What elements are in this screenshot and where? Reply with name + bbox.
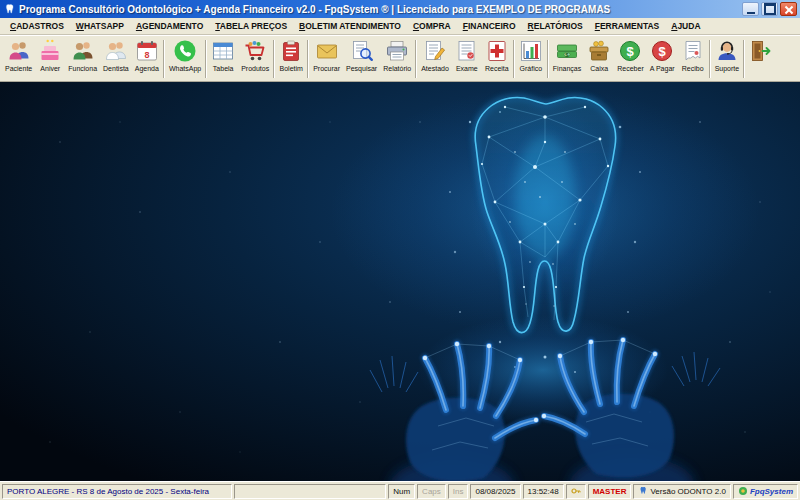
staff-icon (71, 39, 95, 63)
toolbar: Paciente Aniver Funciona Dentista 8 Agen… (0, 35, 800, 82)
toolbar-button-receita[interactable]: Receita (482, 37, 512, 80)
main-canvas (0, 82, 800, 481)
cashbox-icon (587, 39, 611, 63)
toolbar-button-grafico[interactable]: Gráfico (516, 37, 546, 80)
birthday-cake-icon (38, 39, 62, 63)
menu-relatorios[interactable]: RELATÓRIOS (522, 19, 589, 33)
status-brand-text: FpqSystem (750, 487, 793, 496)
key-icon (571, 486, 581, 496)
toolbar-label: Tabela (213, 64, 234, 73)
status-bar: PORTO ALEGRE - RS 8 de Agosto de 2025 - … (0, 481, 800, 500)
toolbar-button-recibo[interactable]: Recibo (678, 37, 708, 80)
care-bulletin-icon (279, 39, 303, 63)
menu-financeiro[interactable]: FINANCEIRO (457, 19, 522, 33)
patients-icon (7, 39, 31, 63)
toolbar-button-exame[interactable]: Exame (452, 37, 482, 80)
toolbar-button-financas[interactable]: $ Finanças (550, 37, 584, 80)
minimize-icon[interactable] (742, 2, 759, 16)
toolbar-separator (163, 40, 164, 78)
toolbar-separator (273, 40, 274, 78)
exit-door-icon (749, 39, 773, 63)
status-date: 08/08/2025 (470, 484, 520, 499)
price-table-icon (211, 39, 235, 63)
receipt-icon (681, 39, 705, 63)
receivables-icon: $ (618, 39, 642, 63)
title-bar[interactable]: Programa Consultório Odontológico + Agen… (0, 0, 800, 18)
toolbar-button-relatorio[interactable]: Relatório (380, 37, 414, 80)
toolbar-button-procurar[interactable]: Procurar (310, 37, 343, 80)
toolbar-button-caixa[interactable]: Caixa (584, 37, 614, 80)
toolbar-button-dentista[interactable]: Dentista (100, 37, 132, 80)
toolbar-button-paciente[interactable]: Paciente (2, 37, 35, 80)
toolbar-button-boletim[interactable]: Boletim (276, 37, 306, 80)
menu-whatsapp[interactable]: WHATSAPP (70, 19, 130, 33)
whatsapp-icon (173, 39, 197, 63)
calendar-icon: 8 (135, 39, 159, 63)
menu-ajuda[interactable]: AJUDA (665, 19, 706, 33)
payables-icon: $ (650, 39, 674, 63)
toolbar-button-pesquisar[interactable]: Pesquisar (343, 37, 380, 80)
toolbar-button-suporte[interactable]: Suporte (712, 37, 743, 80)
toolbar-label: Procurar (313, 64, 340, 73)
toolbar-separator (307, 40, 308, 78)
svg-text:$: $ (659, 44, 667, 59)
toolbar-label: Caixa (590, 64, 608, 73)
tooth-icon (3, 3, 16, 16)
status-time: 13:52:48 (523, 484, 564, 499)
toolbar-button-atestado[interactable]: Atestado (418, 37, 452, 80)
menu-bar: CADASTROS WHATSAPP AGENDAMENTO TABELA PR… (0, 18, 800, 35)
toolbar-label: Pesquisar (346, 64, 377, 73)
dentist-icon (104, 39, 128, 63)
status-brand: FpqSystem (733, 484, 798, 499)
status-user: MASTER (588, 484, 632, 499)
window-title: Programa Consultório Odontológico + Agen… (19, 4, 739, 15)
search-envelope-icon (315, 39, 339, 63)
brand-logo-icon (738, 486, 748, 496)
finances-icon: $ (555, 39, 579, 63)
toolbar-label: Suporte (715, 64, 740, 73)
close-icon[interactable] (780, 2, 797, 16)
toolbar-button-aniver[interactable]: Aniver (35, 37, 65, 80)
menu-agendamento[interactable]: AGENDAMENTO (130, 19, 209, 33)
toolbar-button-funciona[interactable]: Funciona (65, 37, 100, 80)
menu-ferramentas[interactable]: FERRAMENTAS (589, 19, 666, 33)
toolbar-separator (513, 40, 514, 78)
toolbar-label: Finanças (553, 64, 581, 73)
toolbar-label: Aniver (40, 64, 60, 73)
status-caps-lock: Caps (417, 484, 446, 499)
menu-compra[interactable]: COMPRA (407, 19, 457, 33)
status-key-panel (566, 484, 586, 499)
products-cart-icon (243, 39, 267, 63)
chart-icon (519, 39, 543, 63)
toolbar-button-produtos[interactable]: Produtos (238, 37, 272, 80)
toolbar-button-receber[interactable]: $ Receber (614, 37, 646, 80)
toolbar-label: Gráfico (520, 64, 543, 73)
toolbar-label: A Pagar (650, 64, 675, 73)
status-location: PORTO ALEGRE - RS 8 de Agosto de 2025 - … (2, 484, 232, 499)
toolbar-label: Relatório (383, 64, 411, 73)
toolbar-label: Boletim (280, 64, 303, 73)
toolbar-label: Paciente (5, 64, 32, 73)
toolbar-label: Receita (485, 64, 509, 73)
toolbar-button-whatsapp[interactable]: WhatsApp (166, 37, 204, 80)
toolbar-separator (743, 40, 744, 78)
status-insert: Ins (448, 484, 469, 499)
toolbar-separator (205, 40, 206, 78)
toolbar-button-agenda[interactable]: 8 Agenda (132, 37, 162, 80)
toolbar-label: Agenda (135, 64, 159, 73)
toolbar-button-tabela[interactable]: Tabela (208, 37, 238, 80)
toolbar-label: Recibo (682, 64, 704, 73)
toolbar-label: Produtos (241, 64, 269, 73)
tooth-hands-illustration (0, 82, 800, 481)
menu-boletim-atendimento[interactable]: BOLETIM ATENDIMENTO (293, 19, 407, 33)
search-document-icon (350, 39, 374, 63)
maximize-icon[interactable] (761, 2, 778, 16)
toolbar-button-a-pagar[interactable]: $ A Pagar (647, 37, 678, 80)
certificate-icon (423, 39, 447, 63)
status-num-lock: Num (388, 484, 415, 499)
menu-cadastros[interactable]: CADASTROS (4, 19, 70, 33)
toolbar-button-sair[interactable] (746, 37, 776, 80)
toolbar-label: Funciona (68, 64, 97, 73)
menu-tabela-precos[interactable]: TABELA PREÇOS (209, 19, 293, 33)
toolbar-separator (415, 40, 416, 78)
